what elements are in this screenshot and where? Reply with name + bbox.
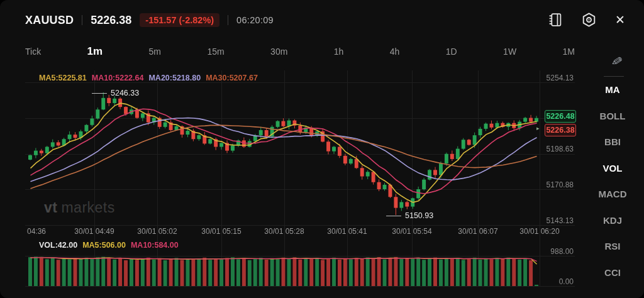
sidebar-item-bbi[interactable]: BBI xyxy=(604,135,621,149)
header-divider xyxy=(82,15,82,25)
price-axis-label: 5143.13 xyxy=(547,216,574,225)
volume-legend: VOL:42.00 MA5:506.00 MA10:584.00 xyxy=(39,241,179,250)
sidebar-item-macd[interactable]: MACD xyxy=(599,187,627,201)
ma30-legend: MA30:5207.67 xyxy=(206,74,258,82)
time-axis-label: 30/01 05:41 xyxy=(327,227,367,236)
timeframe-tabs: Tick 1m 5m 15m 30m 1h 4h 1D 1W 1M xyxy=(25,45,575,58)
time-axis-label: 04:36 xyxy=(27,227,46,236)
sidebar-item-cci[interactable]: CCI xyxy=(604,266,621,280)
sidebar-item-rsi[interactable]: RSI xyxy=(604,240,620,253)
last-price: 5226.38 xyxy=(91,14,131,27)
trading-app-screen: vtmarkets XAUUSD 5226.38 -151.57 (-2.82%… xyxy=(0,0,644,298)
sidebar-item-kdj[interactable]: KDJ xyxy=(603,214,622,228)
price-axis-label: 5198.63 xyxy=(547,145,574,153)
symbol-title: XAUUSD xyxy=(25,14,74,27)
time-axis-label: 30/01 06:07 xyxy=(458,227,497,236)
time-axis-label: 30/01 05:28 xyxy=(264,227,304,236)
tab-tick[interactable]: Tick xyxy=(25,47,41,57)
volume-axis-max: 988.00 xyxy=(550,247,574,256)
header: XAUUSD 5226.38 -151.57 (-2.82%) 06:20:09 xyxy=(25,10,274,30)
annotation-line xyxy=(92,93,107,94)
time-axis-label: 30/01 05:54 xyxy=(392,227,431,236)
tab-30m[interactable]: 30m xyxy=(270,47,287,57)
header-icons: ✕ xyxy=(547,10,625,29)
tab-5m[interactable]: 5m xyxy=(149,47,161,57)
price-axis-label: 5254.13 xyxy=(547,74,574,82)
orderbook-icon[interactable] xyxy=(547,12,563,28)
server-time: 06:20:09 xyxy=(236,15,274,25)
time-axis-label: 30/01 05:02 xyxy=(137,227,177,236)
low-annotation-value: 5150.93 xyxy=(405,211,433,220)
tab-1w[interactable]: 1W xyxy=(503,47,516,57)
tab-1h[interactable]: 1h xyxy=(334,47,344,57)
ask-price-badge: 5226.48 xyxy=(545,110,576,123)
tab-1M[interactable]: 1M xyxy=(563,47,575,57)
price-change-badge: -151.57 (-2.82%) xyxy=(140,13,219,27)
header-divider xyxy=(228,15,228,25)
volume-axis-min: 0.00 xyxy=(559,277,574,286)
vol-ma5-legend: MA5:506.00 xyxy=(82,241,126,250)
high-annotation-value: 5246.33 xyxy=(111,89,139,97)
ma-legend: MA5:5225.81 MA10:5222.64 MA20:5218.80 MA… xyxy=(39,74,258,82)
low-annotation: 5150.93 xyxy=(386,211,433,220)
tab-4h[interactable]: 4h xyxy=(390,47,400,57)
ma10-legend: MA10:5222.64 xyxy=(92,74,144,82)
sidebar-divider xyxy=(604,76,624,77)
time-axis-label: 30/01 04:49 xyxy=(74,227,114,236)
ma20-legend: MA20:5218.80 xyxy=(148,74,201,82)
price-axis-label: 5170.88 xyxy=(547,180,574,189)
tab-1d[interactable]: 1D xyxy=(446,47,457,57)
sidebar-item-ma[interactable]: MA xyxy=(605,83,619,97)
annotation-line xyxy=(386,216,401,216)
vol-value-legend: VOL:42.00 xyxy=(39,241,77,250)
time-axis-label: 30/01 05:15 xyxy=(201,227,241,236)
ma5-legend: MA5:5225.81 xyxy=(39,74,87,82)
high-annotation: 5246.33 xyxy=(92,89,139,97)
tab-15m[interactable]: 15m xyxy=(207,47,224,57)
tab-1m[interactable]: 1m xyxy=(87,45,103,58)
close-icon[interactable]: ✕ xyxy=(615,14,625,26)
bid-price-badge: 5226.38 xyxy=(545,124,576,136)
sidebar-item-boll[interactable]: BOLL xyxy=(600,109,626,123)
time-axis-label: 30/01 06:20 xyxy=(519,227,559,236)
settings-gear-icon[interactable] xyxy=(580,11,597,28)
vol-ma10-legend: MA10:584.00 xyxy=(131,241,179,250)
indicator-sidebar: MA BOLL BBI VOL MACD KDJ RSI CCI xyxy=(581,83,644,280)
current-price-marker: ▸ xyxy=(536,125,540,131)
sidebar-item-vol[interactable]: VOL xyxy=(603,162,623,175)
